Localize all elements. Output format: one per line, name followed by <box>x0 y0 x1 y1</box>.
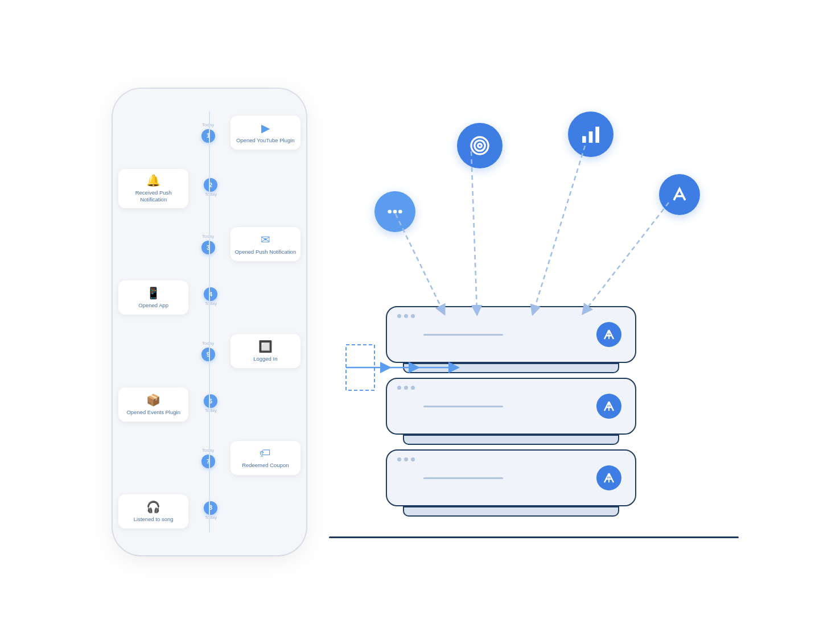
timeline-row: 🎧 Listened to song 8 Today <box>118 494 300 529</box>
timeline-row: Today 1 ▶ Opened YouTube Plugin <box>118 115 300 150</box>
step-time: Today <box>205 515 217 520</box>
svg-rect-14 <box>582 136 586 143</box>
svg-rect-16 <box>595 127 599 143</box>
card-label: Opened App <box>138 302 168 309</box>
step-badge-6: 6 <box>204 394 217 408</box>
server-dot <box>397 314 401 318</box>
step-badge-5: 5 <box>201 348 215 361</box>
server-brand-icon <box>596 322 621 347</box>
svg-rect-15 <box>589 131 593 143</box>
server-brand-icon <box>596 465 621 490</box>
step-time: Today <box>202 122 214 127</box>
timeline: Today 1 ▶ Opened YouTube Plugin 🔔 Receiv… <box>118 106 300 538</box>
server-data-line <box>423 406 503 407</box>
server-data-line <box>423 477 503 479</box>
floating-icons-area <box>374 112 705 248</box>
svg-point-9 <box>393 210 397 214</box>
bell-icon: 🔔 <box>146 174 160 187</box>
server-unit-2 <box>386 378 636 435</box>
step-time: Today <box>202 341 214 346</box>
phone-mockup: Today 1 ▶ Opened YouTube Plugin 🔔 Receiv… <box>113 89 306 555</box>
step-badge-4: 4 <box>204 287 217 301</box>
card-logged-in: 🔲 Logged In <box>230 334 300 368</box>
analytics-icon <box>568 112 613 157</box>
server-status-dots <box>397 386 415 390</box>
cdp-icon <box>457 123 503 168</box>
svg-point-8 <box>388 210 392 214</box>
ground-line <box>329 536 739 538</box>
step-time: Today <box>202 234 214 239</box>
headphone-icon: 🎧 <box>146 500 160 514</box>
card-label: Opened Push Notification <box>234 249 296 255</box>
server-data-line <box>423 334 503 336</box>
mail-icon: ✉ <box>261 233 270 246</box>
timeline-row: 📱 Opened App 4 Today <box>118 280 300 315</box>
svg-rect-7 <box>346 345 374 390</box>
server-dot <box>411 386 415 390</box>
server-dot <box>404 314 408 318</box>
timeline-row: 🔔 Received Push Notification 2 Today <box>118 169 300 208</box>
svg-point-12 <box>475 141 485 151</box>
brand-icon <box>659 174 700 215</box>
server-status-dots <box>397 314 415 318</box>
server-unit-1 <box>386 306 636 363</box>
server-base-3 <box>403 506 619 517</box>
step-badge-3: 3 <box>201 241 215 254</box>
timeline-row: 📦 Opened Events Plugin 6 Today <box>118 387 300 422</box>
step-badge-1: 1 <box>201 129 215 143</box>
svg-point-10 <box>398 210 402 214</box>
card-opened-youtube: ▶ Opened YouTube Plugin <box>230 115 300 150</box>
step-badge-8: 8 <box>204 501 217 515</box>
server-status-dots <box>397 457 415 461</box>
server-dot <box>411 457 415 461</box>
svg-point-13 <box>478 144 482 148</box>
card-label: Logged In <box>253 356 277 362</box>
login-icon: 🔲 <box>258 340 273 353</box>
card-label: Opened YouTube Plugin <box>236 137 295 144</box>
card-received-push: 🔔 Received Push Notification <box>118 169 188 208</box>
card-label: Listened to song <box>134 516 174 523</box>
card-opened-push: ✉ Opened Push Notification <box>230 227 300 261</box>
timeline-row: Today 5 🔲 Logged In <box>118 334 300 368</box>
timeline-row: Today 3 ✉ Opened Push Notification <box>118 227 300 261</box>
card-opened-app: 📱 Opened App <box>118 280 188 315</box>
right-section <box>340 89 727 555</box>
phone-icon: 📱 <box>146 286 160 300</box>
step-time: Today <box>205 301 217 306</box>
card-label: Opened Events Plugin <box>126 409 180 416</box>
server-brand-icon <box>596 394 621 419</box>
step-time: Today <box>205 192 217 197</box>
server-dot <box>397 457 401 461</box>
server-dot <box>404 457 408 461</box>
step-time: Today <box>205 408 217 413</box>
card-label: Received Push Notification <box>122 189 185 204</box>
card-redeemed-coupon: 🏷 Redeemed Coupon <box>230 441 300 475</box>
youtube-icon: ▶ <box>261 121 270 135</box>
card-listened-song: 🎧 Listened to song <box>118 494 188 529</box>
step-time: Today <box>202 448 214 453</box>
messaging-icon <box>374 191 415 232</box>
server-dot <box>404 386 408 390</box>
server-dot <box>397 386 401 390</box>
card-opened-events: 📦 Opened Events Plugin <box>118 387 188 422</box>
server-stack <box>386 306 636 521</box>
server-base-2 <box>403 435 619 445</box>
main-scene: Today 1 ▶ Opened YouTube Plugin 🔔 Receiv… <box>61 52 779 592</box>
step-badge-2: 2 <box>204 178 217 192</box>
server-unit-3 <box>386 449 636 506</box>
events-icon: 📦 <box>146 393 160 407</box>
coupon-icon: 🏷 <box>260 447 271 460</box>
server-dot <box>411 314 415 318</box>
card-label: Redeemed Coupon <box>242 462 289 469</box>
server-base-1 <box>403 363 619 373</box>
step-badge-7: 7 <box>201 455 215 468</box>
timeline-row: Today 7 🏷 Redeemed Coupon <box>118 441 300 475</box>
